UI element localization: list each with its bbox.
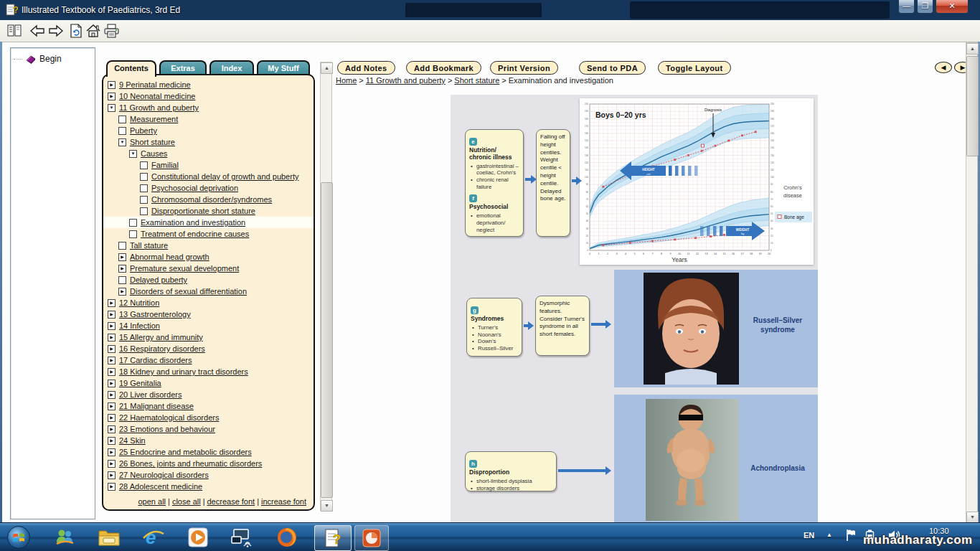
tree-item[interactable]: Examination and investigation: [103, 217, 314, 228]
expand-icon[interactable]: ▶: [108, 414, 116, 422]
tree-item[interactable]: ▶15 Allergy and immunity: [103, 331, 314, 343]
tree-item[interactable]: ▶23 Emotions and behaviour: [103, 423, 314, 435]
show-hidden-icons[interactable]: ▲: [826, 532, 832, 538]
tree-item-label[interactable]: Puberty: [130, 126, 157, 135]
expand-icon[interactable]: ▶: [108, 483, 116, 491]
forward-icon[interactable]: [47, 23, 65, 39]
tree-item-label[interactable]: 27 Neurological disorders: [119, 471, 209, 479]
tree-item[interactable]: ▶26 Bones, joints and rheumatic disorder…: [103, 458, 314, 469]
maximize-button[interactable]: ❐: [917, 0, 933, 14]
tree-item-label[interactable]: Premature sexual development: [130, 264, 239, 273]
tree-item[interactable]: ▼Causes: [103, 148, 314, 159]
tree-item[interactable]: Psychosocial deprivation: [103, 182, 314, 194]
scroll-down-icon[interactable]: ▼: [966, 512, 979, 523]
start-button[interactable]: [4, 525, 33, 550]
tab-my-stuff[interactable]: My Stuff: [257, 60, 310, 75]
tree-item-label[interactable]: Constitutional delay of growth and puber…: [151, 172, 298, 181]
scrollbar-thumb[interactable]: [321, 182, 333, 498]
tree-item[interactable]: Constitutional delay of growth and puber…: [103, 171, 314, 182]
toggle-layout-button[interactable]: Toggle Layout: [658, 61, 731, 75]
expand-icon[interactable]: ▶: [108, 299, 116, 307]
tree-item[interactable]: ▶24 Skin: [103, 435, 314, 446]
language-indicator[interactable]: EN: [804, 531, 814, 540]
tree-item-label[interactable]: 19 Genitalia: [119, 379, 161, 387]
tree-item[interactable]: ▶18 Kidney and urinary tract disorders: [103, 366, 314, 377]
checkbox-icon[interactable]: [118, 127, 126, 135]
tree-item-label[interactable]: Delayed puberty: [130, 276, 187, 284]
network-icon[interactable]: [228, 525, 257, 550]
collapse-icon[interactable]: ▼: [129, 150, 137, 158]
checkbox-icon[interactable]: [118, 116, 126, 123]
tree-item[interactable]: Measurement: [103, 113, 314, 125]
tree-item-label[interactable]: 15 Allergy and immunity: [119, 333, 203, 342]
checkbox-icon[interactable]: [129, 219, 137, 227]
powerpoint-icon[interactable]: [354, 525, 389, 551]
expand-icon[interactable]: ▶: [108, 391, 116, 399]
tab-index[interactable]: Index: [209, 60, 254, 75]
scrollbar-thumb[interactable]: [966, 56, 979, 156]
add-notes-button[interactable]: Add Notes: [337, 61, 395, 75]
checkbox-icon[interactable]: [140, 196, 148, 204]
breadcrumb-link[interactable]: Home: [336, 76, 357, 85]
expand-icon[interactable]: ▶: [108, 81, 116, 89]
tree-item[interactable]: ▶14 Infection: [103, 320, 314, 331]
checkbox-icon[interactable]: [140, 161, 148, 169]
tree-item-label[interactable]: 13 Gastroenterology: [119, 310, 191, 319]
media-player-icon[interactable]: [184, 525, 212, 550]
windows-explorer-icon[interactable]: [95, 525, 123, 550]
tree-item-label[interactable]: 20 Liver disorders: [119, 390, 182, 399]
scroll-up-icon[interactable]: ▲: [966, 43, 979, 55]
tree-item-label[interactable]: Tall stature: [130, 241, 168, 250]
help-viewer-icon[interactable]: ?: [314, 525, 352, 551]
tree-item[interactable]: ▶17 Cardiac disorders: [103, 354, 314, 366]
print-icon[interactable]: [103, 23, 121, 39]
tab-contents[interactable]: Contents: [106, 60, 156, 77]
tree-item[interactable]: ▶21 Malignant disease: [103, 400, 314, 412]
tree-item-label[interactable]: Causes: [141, 149, 167, 158]
expand-icon[interactable]: ▶: [108, 368, 116, 376]
back-icon[interactable]: [29, 23, 46, 39]
tree-item-label[interactable]: Psychosocial deprivation: [151, 184, 238, 192]
expand-icon[interactable]: ▶: [108, 334, 116, 342]
checkbox-icon[interactable]: [140, 173, 148, 181]
tree-item-label[interactable]: Abnormal head growth: [130, 253, 209, 261]
tree-item-label[interactable]: 28 Adolescent medicine: [119, 482, 202, 491]
tree-item[interactable]: Disproportionate short stature: [103, 205, 314, 217]
home-icon[interactable]: [85, 23, 102, 39]
tree-item-label[interactable]: Chromosomal disorder/syndromes: [151, 195, 272, 204]
tree-item-label[interactable]: Disproportionate short stature: [151, 207, 255, 215]
tree-item[interactable]: ▶13 Gastroenterology: [103, 309, 314, 320]
tree-item[interactable]: ▶19 Genitalia: [103, 377, 314, 389]
print-version-button[interactable]: Print Version: [490, 61, 558, 75]
panels-toggle-icon[interactable]: [6, 23, 23, 39]
expand-icon[interactable]: ▶: [118, 288, 126, 296]
action-center-flag-icon[interactable]: [845, 529, 857, 543]
tree-item-label[interactable]: 18 Kidney and urinary tract disorders: [119, 367, 248, 376]
expand-icon[interactable]: ▶: [108, 93, 116, 100]
tree-item[interactable]: ▶10 Neonatal medicine: [103, 90, 314, 102]
collapse-icon[interactable]: ▼: [108, 104, 116, 112]
expand-icon[interactable]: ▶: [108, 311, 116, 319]
tree-item-label[interactable]: Measurement: [130, 115, 178, 123]
tree-item[interactable]: ▼11 Growth and puberty: [103, 102, 314, 113]
previous-page-button[interactable]: ◀: [935, 62, 952, 73]
tree-item[interactable]: Delayed puberty: [103, 274, 314, 286]
tree-item[interactable]: ▼Short stature: [103, 136, 314, 148]
expand-icon[interactable]: ▶: [108, 460, 116, 468]
increase-font-link[interactable]: increase font: [261, 497, 306, 506]
tree-item[interactable]: Chromosomal disorder/syndromes: [103, 194, 314, 205]
tree-item-label[interactable]: 25 Endocrine and metabolic disorders: [119, 448, 252, 456]
expand-icon[interactable]: ▶: [108, 345, 116, 353]
breadcrumb-link[interactable]: Short stature: [454, 76, 499, 85]
scroll-down-icon[interactable]: ▼: [321, 500, 333, 512]
send-to-pda-button[interactable]: Send to PDA: [579, 61, 646, 75]
messenger-icon[interactable]: [50, 525, 79, 550]
expand-icon[interactable]: ▶: [108, 437, 116, 445]
tree-item-label[interactable]: 22 Haematological disorders: [119, 413, 219, 422]
tree-item-label[interactable]: Examination and investigation: [141, 218, 245, 227]
tree-item-label[interactable]: 17 Cardiac disorders: [119, 356, 192, 364]
tree-item[interactable]: Treatment of endocrine causes: [103, 228, 314, 240]
close-button[interactable]: ✕: [936, 0, 969, 14]
expand-icon[interactable]: ▶: [108, 402, 116, 410]
tab-extras[interactable]: Extras: [159, 60, 207, 75]
